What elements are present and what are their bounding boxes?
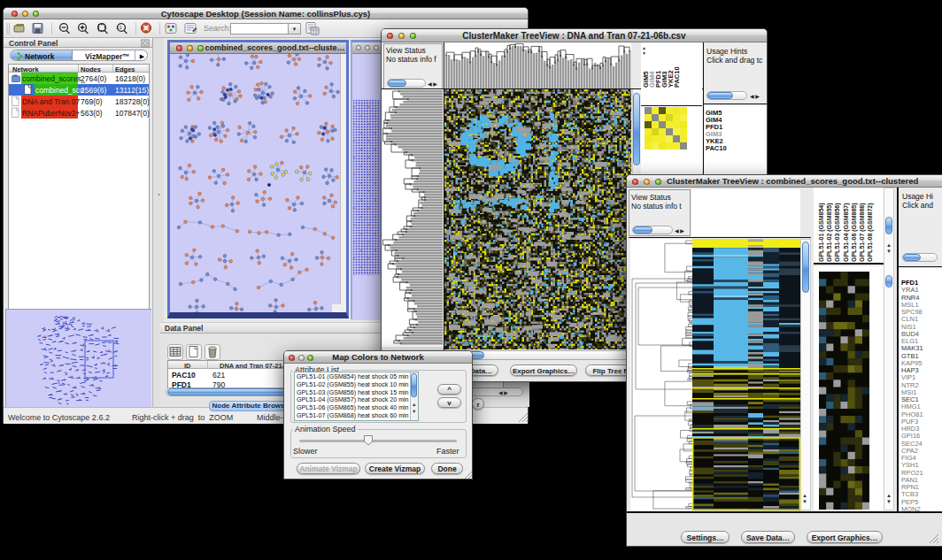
svg-text:PAC10: PAC10	[673, 66, 681, 88]
svg-text:GPL51-07 (GSM868): GPL51-07 (GSM868)	[859, 203, 866, 262]
svg-text:GPL51-08 (GSM872): GPL51-08 (GSM872)	[867, 203, 874, 262]
svg-text:GPL51-03 (GSM856): GPL51-03 (GSM856)	[834, 203, 841, 262]
svg-text:GPL51-06 (GSM865): GPL51-06 (GSM865)	[851, 203, 858, 262]
svg-text:GPL51-04 (GSM857): GPL51-04 (GSM857)	[843, 203, 850, 262]
svg-text:GPL51-02 (GSM855): GPL51-02 (GSM855)	[826, 203, 833, 262]
svg-text:GPL51-01 (GSM854): GPL51-01 (GSM854)	[818, 203, 825, 262]
svg-text:1:1: 1:1	[116, 26, 122, 30]
